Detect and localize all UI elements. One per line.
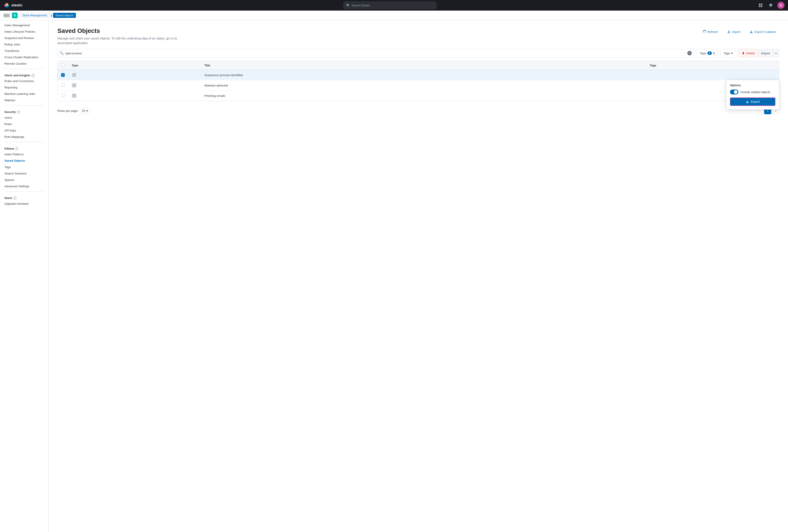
export-all-button[interactable]: Export 3 objects — [746, 28, 779, 35]
refresh-button[interactable]: Refresh — [699, 28, 721, 35]
type-filter-count: 1 — [707, 52, 712, 55]
sidebar-item-index-patterns[interactable]: Index Patterns — [0, 151, 48, 158]
sidebar-item-index-management[interactable]: Index Management — [0, 22, 48, 28]
svg-point-3 — [7, 5, 9, 7]
sidebar-section-stack-label: Stack — [4, 196, 12, 200]
th-checkbox — [58, 61, 68, 70]
svg-point-6 — [6, 5, 7, 6]
alerts-info-icon[interactable]: i — [32, 74, 35, 77]
elastic-logo-text: elastic — [12, 3, 22, 7]
table-row: Suspicious process identified — [58, 70, 779, 80]
delete-button[interactable]: Delete — [738, 49, 758, 57]
sidebar-item-snapshot-restore[interactable]: Snapshot and Restore — [0, 35, 48, 41]
row-title-cell-1[interactable]: Suspicious process identified — [201, 70, 646, 80]
row-checkbox-2[interactable] — [61, 83, 65, 87]
sidebar-item-role-mappings[interactable]: Role Mappings — [0, 134, 48, 140]
sidebar-item-transforms[interactable]: Transforms — [0, 48, 48, 54]
table-row: Malware detected — [58, 80, 779, 91]
svg-rect-8 — [761, 3, 762, 5]
sidebar-item-spaces[interactable]: Spaces — [0, 177, 48, 183]
trash-icon — [742, 52, 745, 55]
toggle-label: Include related objects — [741, 90, 770, 94]
export-caret-button[interactable]: ▾ — [773, 49, 779, 57]
svg-rect-11 — [73, 74, 76, 76]
row-title-cell-2[interactable]: Malware detected — [201, 80, 646, 91]
type-filter-button[interactable]: Type 1 ▾ — [696, 49, 718, 57]
elastic-logo[interactable]: elastic — [3, 2, 22, 8]
sidebar-item-search-sessions[interactable]: Search Sessions — [0, 170, 48, 177]
nav-right: D — [757, 2, 785, 9]
row-title-cell-3[interactable]: Phishing emails — [201, 91, 646, 101]
table-wrap: Type Title Tags — [57, 61, 779, 101]
sidebar-section-alerts: Alerts and Insights i — [0, 70, 48, 78]
svg-rect-10 — [761, 5, 762, 7]
rows-per-page-chevron-icon: ▾ — [86, 109, 88, 112]
export-popup-icon — [746, 100, 749, 103]
import-label: Import — [732, 30, 740, 34]
case-type-icon — [73, 74, 76, 77]
page-description: Manage and share your saved objects. To … — [57, 36, 181, 45]
stack-info-icon[interactable]: i — [14, 197, 17, 200]
tags-filter-label: Tags — [724, 52, 730, 55]
sidebar-item-remote-clusters[interactable]: Remote Clusters — [0, 60, 48, 67]
select-all-checkbox[interactable] — [61, 63, 65, 67]
sidebar-item-rules-connectors[interactable]: Rules and Connectors — [0, 78, 48, 84]
rows-per-page-select[interactable]: 50 ▾ — [80, 108, 90, 114]
th-title: Title — [201, 61, 646, 70]
page-header-left: Saved Objects Manage and share your save… — [57, 27, 181, 45]
breadcrumb-item-saved-objects: Saved objects — [53, 13, 76, 18]
table-row: Phishing emails — [58, 91, 779, 101]
row-checkbox-cell — [58, 80, 68, 91]
second-bar: D Stack Management ❯ Saved objects — [0, 11, 788, 20]
sidebar-item-roles[interactable]: Roles — [0, 121, 48, 127]
sidebar-item-users[interactable]: Users — [0, 115, 48, 121]
export-all-icon — [750, 30, 753, 34]
sidebar-item-watcher[interactable]: Watcher — [0, 97, 48, 103]
search-input[interactable] — [57, 49, 694, 57]
sidebar-item-ml-jobs[interactable]: Machine Learning Jobs — [0, 91, 48, 97]
sidebar-item-reporting[interactable]: Reporting — [0, 84, 48, 91]
import-button[interactable]: Import — [724, 28, 744, 35]
toggle-thumb — [734, 90, 737, 94]
row-checkbox-3[interactable] — [61, 94, 65, 97]
sidebar-item-tags[interactable]: Tags — [0, 164, 48, 170]
sidebar-item-upgrade-assistant[interactable]: Upgrade Assistant — [0, 201, 48, 207]
breadcrumb-item-stack-management: Stack Management — [20, 13, 50, 18]
sidebar-item-rollup-jobs[interactable]: Rollup Jobs — [0, 41, 48, 48]
top-nav: elastic 🔍 Search Elastic D — [0, 0, 788, 11]
kibana-info-icon[interactable]: i — [15, 147, 18, 150]
breadcrumb-link-stack-management[interactable]: Stack Management — [20, 13, 50, 18]
row-checkbox-1[interactable] — [61, 73, 65, 77]
security-info-icon[interactable]: i — [17, 110, 20, 114]
avatar[interactable]: D — [777, 2, 785, 9]
sidebar-item-index-lifecycle-policies[interactable]: Index Lifecycle Policies — [0, 28, 48, 35]
export-button[interactable]: Export — [758, 49, 773, 57]
grid-icon-btn[interactable] — [757, 2, 764, 9]
menu-toggle-btn[interactable] — [3, 12, 10, 19]
case-type-icon-3 — [73, 94, 76, 97]
breadcrumb-link-saved-objects[interactable]: Saved objects — [53, 13, 76, 18]
global-search-bar[interactable]: 🔍 Search Elastic — [343, 2, 436, 9]
refresh-label: Refresh — [707, 30, 718, 34]
rows-per-page-value: 50 — [82, 109, 85, 112]
bell-icon-btn[interactable] — [767, 2, 774, 9]
filter-row: 🔍 ✕ Type 1 ▾ Tags ▾ Delete Export — [57, 49, 779, 57]
search-bar-wrap: 🔍 Search Elastic — [25, 2, 754, 9]
include-related-toggle[interactable] — [730, 89, 738, 95]
sidebar-item-cross-cluster-replication[interactable]: Cross-Cluster Replication — [0, 54, 48, 60]
sidebar-divider-4 — [4, 191, 44, 191]
sidebar-item-advanced-settings[interactable]: Advanced Settings — [0, 183, 48, 189]
sidebar-divider-1 — [4, 68, 44, 69]
sidebar-section-stack: Stack i — [0, 193, 48, 201]
rows-per-page: Rows per page: 50 ▾ — [57, 108, 90, 114]
tags-filter-button[interactable]: Tags ▾ — [720, 49, 736, 57]
sidebar-item-api-keys[interactable]: API keys — [0, 127, 48, 134]
space-badge[interactable]: D — [12, 13, 18, 18]
sidebar-item-saved-objects[interactable]: Saved Objects — [0, 158, 48, 164]
export-popup-button[interactable]: Export — [730, 98, 775, 106]
export-all-label: Export 3 objects — [754, 30, 776, 34]
th-tags: Tags — [646, 61, 779, 70]
action-btn-group: Delete Export ▾ — [738, 49, 779, 57]
import-icon — [727, 30, 731, 34]
row-type-cell — [68, 70, 201, 80]
